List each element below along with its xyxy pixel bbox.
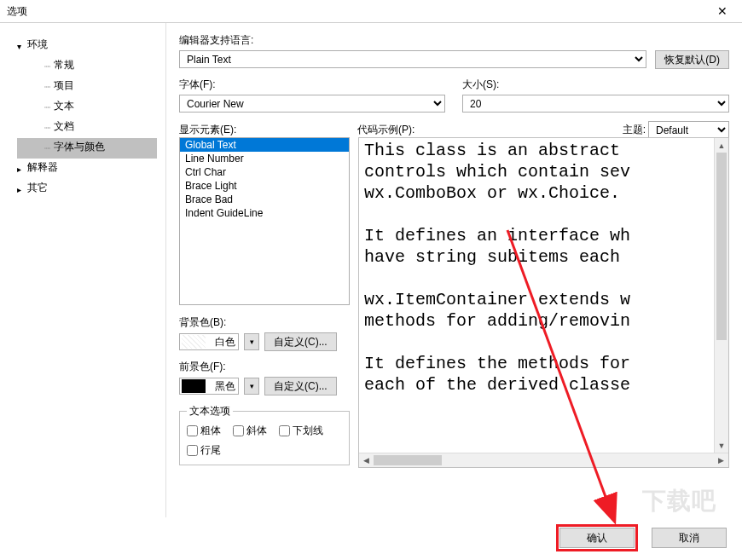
italic-checkbox[interactable]: 斜体 bbox=[233, 424, 267, 438]
tree-item-general[interactable]: ┈常规 bbox=[17, 56, 157, 77]
chevron-down-icon[interactable]: ▼ bbox=[715, 438, 728, 453]
ok-button[interactable]: 确认 bbox=[559, 528, 635, 548]
scrollbar-vertical[interactable]: ▲ ▼ bbox=[714, 138, 728, 453]
editor-lang-select[interactable]: Plain Text bbox=[179, 50, 646, 68]
tree-item-fontcolor[interactable]: ┈字体与颜色 bbox=[17, 138, 157, 159]
underline-checkbox[interactable]: 下划线 bbox=[279, 424, 323, 438]
window-title: 选项 bbox=[7, 4, 710, 19]
label-elements: 显示元素(E): bbox=[179, 123, 236, 137]
chevron-right-icon[interactable]: ▶ bbox=[714, 453, 728, 467]
fg-swatch[interactable]: 黑色 bbox=[179, 378, 239, 395]
text-options-legend: 文本选项 bbox=[187, 404, 233, 419]
tree-item-interp[interactable]: ▸解释器 bbox=[17, 159, 157, 179]
list-item[interactable]: Brace Bad bbox=[180, 193, 349, 206]
tree-item-other[interactable]: ▸其它 bbox=[17, 179, 157, 199]
chevron-down-icon[interactable]: ▾ bbox=[244, 333, 259, 350]
list-item[interactable]: Indent GuideLine bbox=[180, 206, 349, 220]
bg-custom-button[interactable]: 自定义(C)... bbox=[264, 332, 337, 351]
close-icon[interactable]: ✕ bbox=[710, 3, 735, 20]
scrollbar-horizontal[interactable]: ◀ ▶ bbox=[359, 453, 728, 467]
chevron-down-icon[interactable]: ▾ bbox=[244, 378, 259, 395]
size-select[interactable]: 20 bbox=[462, 95, 729, 113]
code-sample: This class is an abstract controls which… bbox=[358, 137, 729, 468]
eol-checkbox[interactable]: 行尾 bbox=[187, 443, 221, 458]
label-font: 字体(F): bbox=[179, 78, 445, 92]
label-sample: 代码示例(P): bbox=[357, 123, 414, 137]
theme-select[interactable]: Default bbox=[648, 121, 729, 139]
tree-item-text[interactable]: ┈文本 bbox=[17, 97, 157, 118]
list-item[interactable]: Brace Light bbox=[180, 179, 349, 193]
elements-listbox[interactable]: Global Text Line Number Ctrl Char Brace … bbox=[179, 137, 350, 305]
font-select[interactable]: Courier New bbox=[179, 95, 445, 113]
nav-tree: ▾环境 ┈常规 ┈项目 ┈文本 ┈文档 ┈字体与颜色 ▸解释器 ▸其它 bbox=[0, 23, 166, 517]
sample-text: This class is an abstract controls which… bbox=[359, 138, 728, 452]
list-item[interactable]: Ctrl Char bbox=[180, 165, 349, 179]
cancel-button[interactable]: 取消 bbox=[652, 528, 727, 548]
tree-item-env[interactable]: ▾环境 bbox=[17, 36, 157, 56]
label-size: 大小(S): bbox=[462, 78, 729, 92]
tree-item-project[interactable]: ┈项目 bbox=[17, 77, 157, 97]
bold-checkbox[interactable]: 粗体 bbox=[187, 424, 221, 438]
text-options-group: 文本选项 粗体 斜体 下划线 行尾 bbox=[179, 404, 350, 465]
list-item[interactable]: Line Number bbox=[180, 152, 349, 165]
label-editor-lang: 编辑器支持语言: bbox=[179, 33, 729, 48]
fg-custom-button[interactable]: 自定义(C)... bbox=[264, 377, 337, 395]
list-item[interactable]: Global Text bbox=[180, 138, 349, 152]
label-bg: 背景色(B): bbox=[179, 315, 350, 330]
bg-swatch[interactable]: 白色 bbox=[179, 333, 239, 350]
label-fg: 前景色(F): bbox=[179, 360, 350, 374]
label-theme: 主题: bbox=[623, 123, 646, 137]
chevron-up-icon[interactable]: ▲ bbox=[715, 138, 728, 153]
chevron-left-icon[interactable]: ◀ bbox=[359, 453, 374, 467]
restore-default-button[interactable]: 恢复默认(D) bbox=[655, 50, 729, 69]
tree-item-doc[interactable]: ┈文档 bbox=[17, 118, 157, 138]
